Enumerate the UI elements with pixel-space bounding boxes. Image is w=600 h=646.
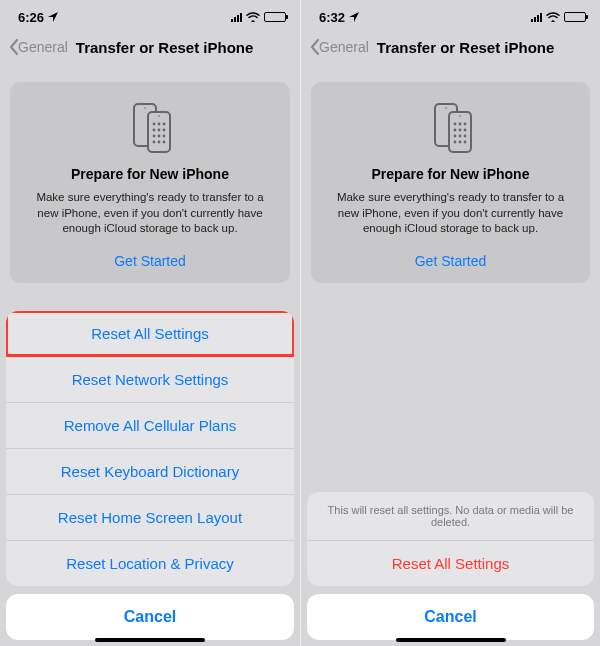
svg-point-10 (153, 135, 156, 138)
reset-home-screen-layout-button[interactable]: Reset Home Screen Layout (6, 494, 294, 540)
svg-point-17 (445, 107, 447, 109)
cellular-signal-icon (531, 12, 542, 22)
wifi-icon (246, 10, 260, 25)
reset-all-settings-button[interactable]: Reset All Settings (6, 311, 294, 356)
svg-point-23 (453, 129, 456, 132)
status-bar: 6:26 (0, 0, 300, 34)
svg-point-12 (163, 135, 166, 138)
card-heading: Prepare for New iPhone (24, 166, 276, 182)
home-indicator[interactable] (95, 638, 205, 642)
location-icon (349, 10, 359, 25)
svg-point-7 (153, 129, 156, 132)
screen-right: 6:32 General Transfer or Reset iPhone (300, 0, 600, 646)
devices-icon (120, 100, 180, 154)
svg-rect-2 (148, 112, 170, 152)
home-indicator[interactable] (396, 638, 506, 642)
status-time: 6:32 (319, 10, 345, 25)
remove-cellular-plans-button[interactable]: Remove All Cellular Plans (6, 402, 294, 448)
back-button[interactable]: General (309, 38, 369, 56)
svg-point-5 (158, 123, 161, 126)
svg-point-22 (463, 123, 466, 126)
get-started-button[interactable]: Get Started (325, 253, 576, 269)
status-time: 6:26 (18, 10, 44, 25)
back-label: General (18, 39, 68, 55)
svg-point-26 (453, 135, 456, 138)
svg-point-13 (153, 141, 156, 144)
nav-bar: General Transfer or Reset iPhone (0, 34, 300, 66)
svg-point-27 (458, 135, 461, 138)
battery-icon (264, 12, 286, 22)
svg-point-3 (158, 115, 160, 117)
page-title: Transfer or Reset iPhone (377, 39, 555, 56)
svg-point-30 (458, 141, 461, 144)
cellular-signal-icon (231, 12, 242, 22)
back-button[interactable]: General (8, 38, 68, 56)
reset-keyboard-dictionary-button[interactable]: Reset Keyboard Dictionary (6, 448, 294, 494)
back-label: General (319, 39, 369, 55)
cancel-button[interactable]: Cancel (6, 594, 294, 640)
svg-point-9 (163, 129, 166, 132)
get-started-button[interactable]: Get Started (24, 253, 276, 269)
svg-point-4 (153, 123, 156, 126)
nav-bar: General Transfer or Reset iPhone (301, 34, 600, 66)
card-heading: Prepare for New iPhone (325, 166, 576, 182)
devices-icon (421, 100, 481, 154)
reset-network-settings-button[interactable]: Reset Network Settings (6, 356, 294, 402)
confirm-info-text: This will reset all settings. No data or… (307, 492, 594, 540)
svg-point-8 (158, 129, 161, 132)
svg-point-31 (463, 141, 466, 144)
status-bar: 6:32 (301, 0, 600, 34)
cancel-button[interactable]: Cancel (307, 594, 594, 640)
battery-icon (564, 12, 586, 22)
svg-point-6 (163, 123, 166, 126)
svg-rect-18 (449, 112, 471, 152)
confirm-action-sheet: This will reset all settings. No data or… (307, 492, 594, 640)
page-title: Transfer or Reset iPhone (76, 39, 254, 56)
confirm-menu: This will reset all settings. No data or… (307, 492, 594, 586)
reset-action-sheet: Reset All Settings Reset Network Setting… (6, 311, 294, 640)
prepare-card: Prepare for New iPhone Make sure everyth… (311, 82, 590, 283)
svg-point-25 (463, 129, 466, 132)
svg-point-28 (463, 135, 466, 138)
card-body: Make sure everything's ready to transfer… (28, 190, 272, 237)
confirm-reset-all-settings-button[interactable]: Reset All Settings (307, 540, 594, 586)
svg-point-1 (144, 107, 146, 109)
card-body: Make sure everything's ready to transfer… (329, 190, 572, 237)
svg-point-29 (453, 141, 456, 144)
screen-left: 6:26 General Transfer or Reset iPhone (0, 0, 300, 646)
svg-point-21 (458, 123, 461, 126)
reset-location-privacy-button[interactable]: Reset Location & Privacy (6, 540, 294, 586)
svg-point-19 (459, 115, 461, 117)
wifi-icon (546, 10, 560, 25)
location-icon (48, 10, 58, 25)
svg-point-20 (453, 123, 456, 126)
svg-point-14 (158, 141, 161, 144)
svg-point-11 (158, 135, 161, 138)
prepare-card: Prepare for New iPhone Make sure everyth… (10, 82, 290, 283)
reset-menu: Reset All Settings Reset Network Setting… (6, 311, 294, 586)
svg-point-15 (163, 141, 166, 144)
svg-point-24 (458, 129, 461, 132)
